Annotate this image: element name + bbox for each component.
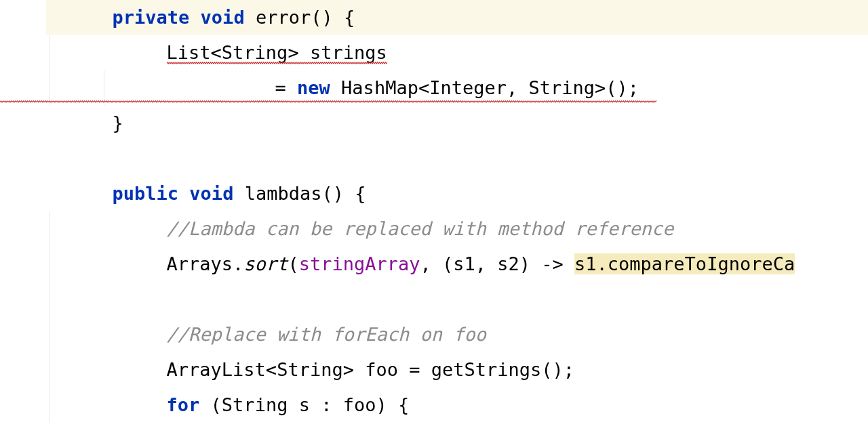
type-string: String xyxy=(222,394,288,415)
brace-open: { xyxy=(387,394,410,415)
comma: , xyxy=(420,253,442,274)
class-arrays: Arrays xyxy=(167,253,233,274)
keyword-for: for xyxy=(167,394,200,415)
type-hashmap: HashMap xyxy=(341,77,418,98)
angle-open: < xyxy=(418,77,429,98)
paren-open: ( xyxy=(288,253,298,274)
variable-foo: foo xyxy=(343,394,376,415)
semicolon: ; xyxy=(564,359,574,380)
lambda-params: (s1, s2) -> xyxy=(442,253,574,274)
code-space xyxy=(330,77,341,98)
semicolon: ; xyxy=(628,77,639,98)
parentheses: () xyxy=(541,359,564,380)
code-line[interactable]: Arrays.sort(stringArray, (s1, s2) -> s1.… xyxy=(46,247,868,282)
colon: : xyxy=(310,394,343,415)
method-sort: sort xyxy=(243,253,288,274)
parentheses: () xyxy=(606,77,628,98)
variable-s: s xyxy=(299,394,310,415)
code-space xyxy=(288,394,298,415)
keyword-new: new xyxy=(297,77,330,98)
type-integer: Integer xyxy=(429,77,507,98)
warning-highlight: s1.compareToIgnoreCa xyxy=(574,253,795,274)
brace-close: } xyxy=(113,112,123,133)
code-editor[interactable]: private void error() { List<String> stri… xyxy=(0,0,868,423)
code-line[interactable]: = new HashMap<Integer, String>(); xyxy=(46,70,868,106)
equals-sign: = xyxy=(275,77,298,98)
code-space xyxy=(199,394,210,415)
type-list: List xyxy=(167,42,211,63)
code-line[interactable]: for (String s : foo) { xyxy=(46,388,868,423)
method-getstrings: getStrings xyxy=(431,359,542,380)
paren-open: ( xyxy=(211,394,222,415)
comma: , xyxy=(507,77,529,98)
field-stringarray: stringArray xyxy=(299,253,420,274)
dot: . xyxy=(233,253,243,274)
paren-close: ) xyxy=(376,394,387,415)
type-string: String xyxy=(528,77,595,98)
angle-close: > xyxy=(595,77,606,98)
